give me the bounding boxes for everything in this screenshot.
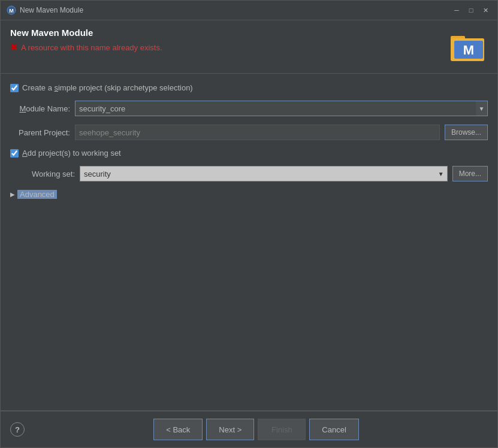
window-title: New Maven Module xyxy=(20,6,451,14)
title-bar: M New Maven Module ─ □ ✕ xyxy=(1,1,497,20)
working-set-checkbox-row: Add project(s) to working set xyxy=(10,149,488,158)
working-set-label: Working set: xyxy=(22,169,75,178)
finish-button: Finish xyxy=(258,419,306,440)
next-button[interactable]: Next > xyxy=(206,419,254,440)
close-button[interactable]: ✕ xyxy=(479,4,491,16)
module-name-row: Module Name: ▼ xyxy=(10,101,488,116)
advanced-row[interactable]: ▶ Advanced xyxy=(10,190,488,199)
simple-project-label[interactable]: Create a simple project (skip archetype … xyxy=(22,83,193,92)
module-name-dropdown-button[interactable]: ▼ xyxy=(476,101,488,116)
advanced-label[interactable]: Advanced xyxy=(17,190,57,199)
module-name-label: Module Name: xyxy=(10,104,70,113)
footer: ? < Back Next > Finish Cancel xyxy=(1,411,497,447)
simple-project-row: Create a simple project (skip archetype … xyxy=(10,83,488,92)
svg-text:M: M xyxy=(463,43,474,57)
more-button[interactable]: More... xyxy=(452,166,488,181)
footer-buttons: < Back Next > Finish Cancel xyxy=(25,419,488,440)
advanced-expand-icon: ▶ xyxy=(10,191,15,198)
window-controls: ─ □ ✕ xyxy=(451,4,491,16)
minimize-button[interactable]: ─ xyxy=(451,4,463,16)
svg-text:M: M xyxy=(9,8,14,14)
help-button[interactable]: ? xyxy=(10,422,25,437)
working-set-checkbox-label[interactable]: Add project(s) to working set xyxy=(22,149,121,158)
main-content: Create a simple project (skip archetype … xyxy=(1,74,497,410)
cancel-button[interactable]: Cancel xyxy=(309,419,358,440)
header-section: New Maven Module ✖ A resource with this … xyxy=(1,20,497,74)
error-text: A resource with this name already exists… xyxy=(21,43,162,52)
working-set-row: Working set: security ▼ More... xyxy=(10,166,488,181)
module-name-input-group: ▼ xyxy=(75,101,488,116)
working-set-checkbox[interactable] xyxy=(10,149,19,158)
working-set-select-wrapper: security ▼ xyxy=(80,166,448,181)
simple-project-checkbox[interactable] xyxy=(10,84,19,92)
module-name-input[interactable] xyxy=(75,101,476,116)
error-icon: ✖ xyxy=(10,43,17,52)
dialog-window: M New Maven Module ─ □ ✕ New Maven Modul… xyxy=(0,0,498,448)
error-message: ✖ A resource with this name already exis… xyxy=(10,43,443,52)
browse-button[interactable]: Browse... xyxy=(445,125,488,140)
header-left: New Maven Module ✖ A resource with this … xyxy=(10,28,443,52)
dialog-title: New Maven Module xyxy=(10,28,443,38)
maximize-button[interactable]: □ xyxy=(465,4,477,16)
parent-project-row: Parent Project: Browse... xyxy=(10,125,488,140)
parent-project-input[interactable] xyxy=(75,125,440,140)
app-icon: M xyxy=(7,5,16,15)
footer-help: ? xyxy=(10,422,25,437)
maven-icon: M xyxy=(449,28,488,66)
parent-project-label: Parent Project: xyxy=(10,128,70,137)
working-set-select[interactable]: security xyxy=(80,166,448,181)
back-button[interactable]: < Back xyxy=(153,419,203,440)
